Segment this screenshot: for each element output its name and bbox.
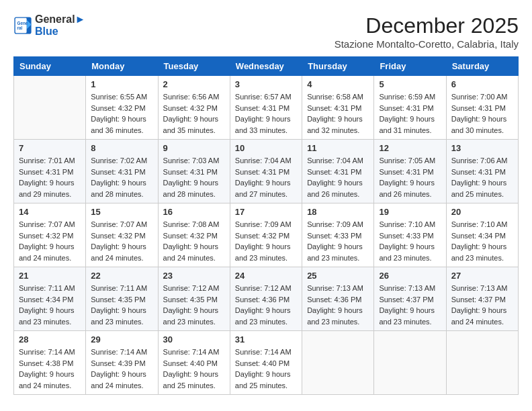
day-info: Sunrise: 6:59 AM Sunset: 4:31 PM Dayligh… <box>379 91 441 136</box>
calendar-cell: 26Sunrise: 7:13 AM Sunset: 4:37 PM Dayli… <box>374 267 446 331</box>
day-info: Sunrise: 7:03 AM Sunset: 4:31 PM Dayligh… <box>163 155 225 199</box>
calendar-cell: 30Sunrise: 7:14 AM Sunset: 4:40 PM Dayli… <box>158 331 230 395</box>
day-info: Sunrise: 7:05 AM Sunset: 4:31 PM Dayligh… <box>379 155 441 199</box>
weekday-header-sunday: Sunday <box>14 57 86 76</box>
day-number: 6 <box>451 79 513 89</box>
day-number: 24 <box>235 271 297 281</box>
day-info: Sunrise: 7:10 AM Sunset: 4:34 PM Dayligh… <box>451 219 513 263</box>
day-number: 2 <box>163 79 225 89</box>
day-number: 22 <box>91 271 152 281</box>
calendar-cell: 29Sunrise: 7:14 AM Sunset: 4:39 PM Dayli… <box>86 331 158 395</box>
day-number: 21 <box>19 271 81 281</box>
day-info: Sunrise: 7:10 AM Sunset: 4:33 PM Dayligh… <box>379 219 441 263</box>
day-info: Sunrise: 7:13 AM Sunset: 4:37 PM Dayligh… <box>379 283 441 327</box>
calendar-cell <box>14 76 86 140</box>
day-number: 17 <box>235 207 297 217</box>
day-number: 30 <box>163 334 225 345</box>
day-info: Sunrise: 7:14 AM Sunset: 4:40 PM Dayligh… <box>235 347 297 391</box>
day-number: 28 <box>19 334 81 345</box>
day-info: Sunrise: 6:58 AM Sunset: 4:31 PM Dayligh… <box>307 91 369 136</box>
day-number: 25 <box>307 271 369 281</box>
title-block: December 2025 Stazione Montalto-Coretto,… <box>335 13 519 50</box>
logo-icon: Gene ral <box>13 16 32 35</box>
day-info: Sunrise: 7:11 AM Sunset: 4:35 PM Dayligh… <box>91 283 152 327</box>
day-info: Sunrise: 6:56 AM Sunset: 4:32 PM Dayligh… <box>163 91 225 136</box>
day-number: 7 <box>19 143 81 153</box>
logo-text: General► Blue <box>35 13 85 38</box>
weekday-header-wednesday: Wednesday <box>230 57 302 76</box>
calendar-cell: 23Sunrise: 7:12 AM Sunset: 4:35 PM Dayli… <box>158 267 230 331</box>
day-info: Sunrise: 7:04 AM Sunset: 4:31 PM Dayligh… <box>235 155 297 199</box>
day-number: 11 <box>307 143 369 153</box>
day-number: 23 <box>163 271 225 281</box>
calendar-cell: 15Sunrise: 7:07 AM Sunset: 4:32 PM Dayli… <box>86 203 158 267</box>
day-info: Sunrise: 7:09 AM Sunset: 4:33 PM Dayligh… <box>307 219 369 263</box>
calendar-cell: 27Sunrise: 7:13 AM Sunset: 4:37 PM Dayli… <box>446 267 518 331</box>
day-info: Sunrise: 7:00 AM Sunset: 4:31 PM Dayligh… <box>451 91 513 136</box>
svg-text:ral: ral <box>17 26 23 30</box>
calendar-cell: 6Sunrise: 7:00 AM Sunset: 4:31 PM Daylig… <box>446 76 518 140</box>
day-number: 27 <box>451 271 513 281</box>
day-info: Sunrise: 7:07 AM Sunset: 4:32 PM Dayligh… <box>19 219 81 263</box>
calendar-cell: 18Sunrise: 7:09 AM Sunset: 4:33 PM Dayli… <box>302 203 374 267</box>
calendar-week-row: 28Sunrise: 7:14 AM Sunset: 4:38 PM Dayli… <box>14 331 519 395</box>
day-number: 14 <box>19 207 81 217</box>
day-info: Sunrise: 7:06 AM Sunset: 4:31 PM Dayligh… <box>451 155 513 199</box>
calendar-cell: 8Sunrise: 7:02 AM Sunset: 4:31 PM Daylig… <box>86 140 158 203</box>
day-number: 31 <box>235 334 297 345</box>
calendar-cell: 12Sunrise: 7:05 AM Sunset: 4:31 PM Dayli… <box>374 140 446 203</box>
calendar-cell <box>302 331 374 395</box>
day-info: Sunrise: 7:13 AM Sunset: 4:36 PM Dayligh… <box>307 283 369 327</box>
day-info: Sunrise: 7:07 AM Sunset: 4:32 PM Dayligh… <box>91 219 152 263</box>
calendar-cell <box>446 331 518 395</box>
day-number: 26 <box>379 271 441 281</box>
weekday-header-monday: Monday <box>86 57 158 76</box>
day-info: Sunrise: 7:13 AM Sunset: 4:37 PM Dayligh… <box>451 283 513 327</box>
day-info: Sunrise: 6:55 AM Sunset: 4:32 PM Dayligh… <box>91 91 152 136</box>
calendar-cell: 20Sunrise: 7:10 AM Sunset: 4:34 PM Dayli… <box>446 203 518 267</box>
calendar-cell: 25Sunrise: 7:13 AM Sunset: 4:36 PM Dayli… <box>302 267 374 331</box>
calendar-cell: 16Sunrise: 7:08 AM Sunset: 4:32 PM Dayli… <box>158 203 230 267</box>
day-number: 12 <box>379 143 441 153</box>
day-info: Sunrise: 7:12 AM Sunset: 4:35 PM Dayligh… <box>163 283 225 327</box>
calendar-cell: 17Sunrise: 7:09 AM Sunset: 4:32 PM Dayli… <box>230 203 302 267</box>
day-info: Sunrise: 7:09 AM Sunset: 4:32 PM Dayligh… <box>235 219 297 263</box>
day-number: 10 <box>235 143 297 153</box>
calendar-cell: 19Sunrise: 7:10 AM Sunset: 4:33 PM Dayli… <box>374 203 446 267</box>
weekday-header-thursday: Thursday <box>302 57 374 76</box>
day-info: Sunrise: 7:04 AM Sunset: 4:31 PM Dayligh… <box>307 155 369 199</box>
calendar-cell: 11Sunrise: 7:04 AM Sunset: 4:31 PM Dayli… <box>302 140 374 203</box>
calendar-week-row: 7Sunrise: 7:01 AM Sunset: 4:31 PM Daylig… <box>14 140 519 203</box>
location-title: Stazione Montalto-Coretto, Calabria, Ita… <box>335 38 519 50</box>
calendar-cell: 1Sunrise: 6:55 AM Sunset: 4:32 PM Daylig… <box>86 76 158 140</box>
day-info: Sunrise: 7:02 AM Sunset: 4:31 PM Dayligh… <box>91 155 152 199</box>
day-number: 3 <box>235 79 297 89</box>
calendar-cell: 5Sunrise: 6:59 AM Sunset: 4:31 PM Daylig… <box>374 76 446 140</box>
weekday-header-friday: Friday <box>374 57 446 76</box>
calendar-cell: 2Sunrise: 6:56 AM Sunset: 4:32 PM Daylig… <box>158 76 230 140</box>
calendar-cell: 31Sunrise: 7:14 AM Sunset: 4:40 PM Dayli… <box>230 331 302 395</box>
day-number: 5 <box>379 79 441 89</box>
calendar-cell: 14Sunrise: 7:07 AM Sunset: 4:32 PM Dayli… <box>14 203 86 267</box>
day-info: Sunrise: 6:57 AM Sunset: 4:31 PM Dayligh… <box>235 91 297 136</box>
calendar-cell: 9Sunrise: 7:03 AM Sunset: 4:31 PM Daylig… <box>158 140 230 203</box>
weekday-header-saturday: Saturday <box>446 57 518 76</box>
day-info: Sunrise: 7:14 AM Sunset: 4:39 PM Dayligh… <box>91 347 152 391</box>
calendar-table: SundayMondayTuesdayWednesdayThursdayFrid… <box>13 56 519 395</box>
calendar-cell: 21Sunrise: 7:11 AM Sunset: 4:34 PM Dayli… <box>14 267 86 331</box>
day-info: Sunrise: 7:11 AM Sunset: 4:34 PM Dayligh… <box>19 283 81 327</box>
svg-text:Gene: Gene <box>17 21 28 26</box>
day-number: 13 <box>451 143 513 153</box>
page-header: Gene ral General► Blue December 2025 Sta… <box>13 13 519 50</box>
month-title: December 2025 <box>335 13 519 38</box>
day-info: Sunrise: 7:12 AM Sunset: 4:36 PM Dayligh… <box>235 283 297 327</box>
calendar-cell: 28Sunrise: 7:14 AM Sunset: 4:38 PM Dayli… <box>14 331 86 395</box>
day-number: 20 <box>451 207 513 217</box>
day-info: Sunrise: 7:14 AM Sunset: 4:38 PM Dayligh… <box>19 347 81 391</box>
day-info: Sunrise: 7:14 AM Sunset: 4:40 PM Dayligh… <box>163 347 225 391</box>
weekday-header-tuesday: Tuesday <box>158 57 230 76</box>
day-number: 4 <box>307 79 369 89</box>
day-info: Sunrise: 7:08 AM Sunset: 4:32 PM Dayligh… <box>163 219 225 263</box>
calendar-week-row: 14Sunrise: 7:07 AM Sunset: 4:32 PM Dayli… <box>14 203 519 267</box>
calendar-cell: 3Sunrise: 6:57 AM Sunset: 4:31 PM Daylig… <box>230 76 302 140</box>
